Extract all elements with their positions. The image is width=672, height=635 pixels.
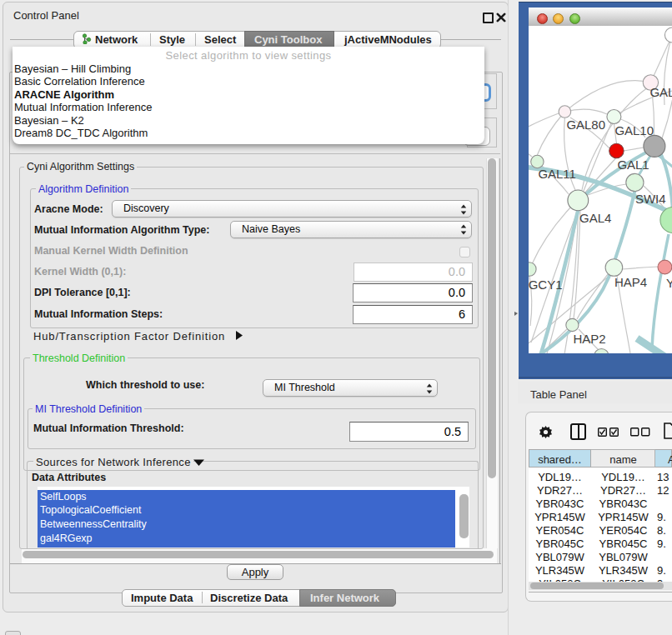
svg-text:Y: Y: [665, 276, 671, 290]
svg-text:GAL: GAL: [649, 85, 672, 99]
svg-text:GAL80: GAL80: [566, 118, 605, 132]
svg-text:HAP2: HAP2: [573, 332, 605, 346]
svg-text:GAL1: GAL1: [617, 158, 649, 172]
svg-text:GCY1: GCY1: [529, 278, 563, 292]
svg-text:HAP4: HAP4: [614, 275, 647, 289]
svg-text:GAL10: GAL10: [614, 124, 654, 138]
svg-text:GAL11: GAL11: [538, 167, 576, 181]
svg-text:GAL4: GAL4: [579, 211, 611, 225]
svg-text:SWI4: SWI4: [635, 192, 666, 206]
